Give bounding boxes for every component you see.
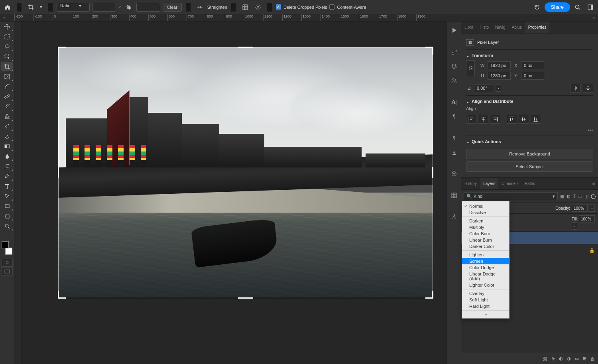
link-wh-icon[interactable]: ⛓ xyxy=(466,60,475,76)
tab-history[interactable]: History xyxy=(461,178,480,189)
tab-layers[interactable]: Layers xyxy=(480,178,498,189)
flip-horizontal-button[interactable] xyxy=(570,84,580,92)
align-more-button[interactable]: ••• xyxy=(587,128,593,132)
eyedropper-tool[interactable] xyxy=(1,82,13,91)
blend-darker-color[interactable]: Darker Color xyxy=(462,243,509,250)
fill-input[interactable] xyxy=(579,215,595,222)
tab-libraries[interactable]: Libra xyxy=(461,22,476,33)
align-top-button[interactable] xyxy=(507,115,517,124)
blend-overlay[interactable]: Overlay xyxy=(462,290,509,297)
y-input[interactable] xyxy=(521,72,544,80)
blend-color-burn[interactable]: Color Burn xyxy=(462,230,509,237)
blend-linear-burn[interactable]: Linear Burn xyxy=(462,237,509,243)
expand-right-icon[interactable]: « xyxy=(592,16,595,20)
layer-filter-kind[interactable]: 🔍 Kind▾ xyxy=(464,192,558,200)
dock-grid-icon[interactable] xyxy=(448,190,460,201)
blend-linear-dodge[interactable]: Linear Dodge (Add) xyxy=(462,271,509,282)
blend-screen[interactable]: Screen xyxy=(462,258,509,264)
hand-tool[interactable] xyxy=(1,211,13,221)
blend-mode-dropdown[interactable]: Normal Dissolve Darken Multiply Color Bu… xyxy=(462,201,509,319)
opacity-drop[interactable]: ▾ xyxy=(589,205,595,212)
tab-adjustments[interactable]: Adjus xyxy=(509,22,525,33)
align-left-button[interactable] xyxy=(466,115,476,124)
blend-color-dodge[interactable]: Color Dodge xyxy=(462,264,509,271)
dodge-tool[interactable] xyxy=(1,161,13,171)
tab-navigator[interactable]: Navig xyxy=(492,22,509,33)
aspect-ratio-select[interactable]: Ratio ▾ xyxy=(57,3,90,12)
panel-menu-button[interactable]: ≡ xyxy=(589,178,598,189)
straighten-icon-button[interactable] xyxy=(195,2,205,12)
blend-soft-light[interactable]: Soft Light xyxy=(462,297,509,303)
delete-layer-icon[interactable]: 🗑 xyxy=(590,356,595,361)
dock-paragraph-styles-icon[interactable]: ¶ xyxy=(448,132,460,144)
canvas-area[interactable] xyxy=(14,22,447,364)
move-tool[interactable] xyxy=(1,22,13,31)
background-color[interactable] xyxy=(5,248,12,255)
shape-tool[interactable] xyxy=(1,201,13,211)
search-button[interactable] xyxy=(572,2,583,12)
crop-overlay-options[interactable] xyxy=(240,2,250,12)
tool-overflow[interactable]: ⋯ xyxy=(0,231,14,240)
height-input[interactable] xyxy=(488,72,511,80)
new-fill-layer-icon[interactable]: ◑ xyxy=(567,356,571,361)
blend-hard-light[interactable]: Hard Light xyxy=(462,303,509,309)
new-layer-icon[interactable]: ⊞ xyxy=(583,356,586,361)
flip-vertical-button[interactable] xyxy=(583,84,593,92)
content-aware-checkbox[interactable]: Content-Aware xyxy=(329,4,366,10)
object-selection-tool[interactable] xyxy=(1,52,13,61)
dock-char-styles-icon[interactable]: A xyxy=(448,147,460,158)
zoom-tool[interactable] xyxy=(1,221,13,231)
horizontal-ruler[interactable]: » -200 -100 0 100 200 300 400 500 600 70… xyxy=(0,14,598,22)
lasso-tool[interactable] xyxy=(1,42,13,51)
quick-mask-toggle[interactable] xyxy=(2,259,13,267)
crop-height-input[interactable] xyxy=(136,3,160,12)
pen-tool[interactable] xyxy=(1,171,13,181)
dropdown-more-icon[interactable]: ⌄ xyxy=(462,311,509,317)
width-input[interactable] xyxy=(488,61,511,69)
align-hcenter-button[interactable] xyxy=(478,115,488,124)
blend-lighten[interactable]: Lighten xyxy=(462,252,509,258)
filter-toggle-icon[interactable]: ◯ xyxy=(591,194,596,199)
dock-play-icon[interactable] xyxy=(448,25,460,36)
layer-fx-icon[interactable]: fx xyxy=(551,356,555,361)
expand-left-icon[interactable]: » xyxy=(3,16,6,20)
filter-smartobj-icon[interactable]: ◫ xyxy=(584,194,588,199)
lock-icon[interactable]: 🔒 xyxy=(589,248,595,253)
straighten-label[interactable]: Straighten xyxy=(207,5,227,10)
fill-drop[interactable]: ▾ xyxy=(572,222,577,230)
tab-channels[interactable]: Channels xyxy=(498,178,521,189)
tab-properties[interactable]: Properties xyxy=(525,22,550,33)
dock-people-icon[interactable] xyxy=(448,75,460,86)
dock-layers-icon[interactable] xyxy=(448,61,460,72)
healing-brush-tool[interactable] xyxy=(1,92,13,101)
filter-type-icon[interactable]: T xyxy=(573,194,576,199)
layer-mask-icon[interactable]: ◐ xyxy=(559,356,563,361)
opacity-input[interactable] xyxy=(572,205,588,212)
blur-tool[interactable] xyxy=(1,152,13,161)
tool-preset-dropdown[interactable]: ▾ xyxy=(38,2,44,12)
transform-section-header[interactable]: ⌄Transform xyxy=(466,53,593,60)
brush-tool[interactable] xyxy=(1,102,13,111)
link-layers-icon[interactable]: ⛓ xyxy=(543,356,547,361)
angle-dropdown[interactable]: ▾ xyxy=(496,85,501,92)
angle-input[interactable] xyxy=(474,84,493,92)
screen-mode-toggle[interactable] xyxy=(2,268,13,275)
blend-normal[interactable]: Normal xyxy=(462,203,509,209)
share-button[interactable]: Share xyxy=(545,2,570,12)
quick-actions-header[interactable]: ⌄Quick Actions xyxy=(466,139,593,146)
frame-tool[interactable] xyxy=(1,72,13,81)
home-button[interactable] xyxy=(2,2,13,12)
new-group-icon[interactable]: ▭ xyxy=(575,356,579,361)
x-input[interactable] xyxy=(521,61,544,69)
crop-options-gear[interactable] xyxy=(253,2,263,12)
blend-dissolve[interactable]: Dissolve xyxy=(462,209,509,216)
crop-tool-indicator[interactable] xyxy=(26,2,36,12)
remove-background-button[interactable]: Remove Background xyxy=(466,149,593,159)
blend-lighter-color[interactable]: Lighter Color xyxy=(462,282,509,288)
dock-3d-icon[interactable] xyxy=(448,168,460,179)
reset-crop-button[interactable] xyxy=(532,2,542,12)
dock-character-icon[interactable]: A| xyxy=(448,96,460,108)
filter-adjustment-icon[interactable]: ◐ xyxy=(567,194,570,199)
eraser-tool[interactable] xyxy=(1,132,13,141)
blend-darken[interactable]: Darken xyxy=(462,218,509,224)
